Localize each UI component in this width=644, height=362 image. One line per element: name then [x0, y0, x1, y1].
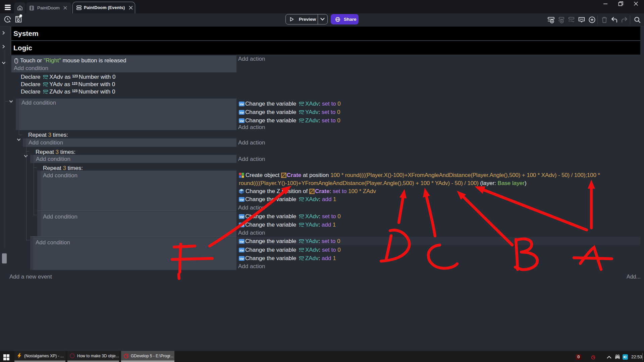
svg-text:Var: Var: [239, 111, 244, 114]
svg-text:Var: Var: [239, 248, 244, 252]
svg-text:Var: Var: [239, 215, 244, 219]
svg-text:Var: Var: [239, 257, 244, 260]
svg-text:Var: Var: [239, 224, 244, 227]
svg-text:Var: Var: [239, 119, 244, 123]
svg-text:Var: Var: [239, 240, 244, 243]
svg-text:Var: Var: [239, 198, 244, 201]
svg-text:Var: Var: [239, 102, 244, 106]
